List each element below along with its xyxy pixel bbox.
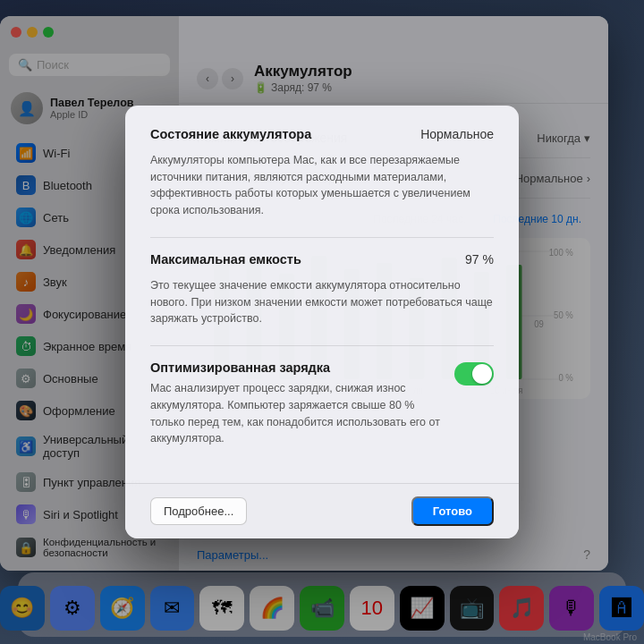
- modal-divider-2: [150, 345, 494, 346]
- modal-overlay: Состояние аккумулятора Нормальное Аккуму…: [0, 0, 644, 644]
- details-button[interactable]: Подробнее...: [150, 497, 247, 525]
- modal-battery-status-section: Состояние аккумулятора Нормальное Аккуму…: [150, 127, 494, 219]
- modal-charging-left: Оптимизированная зарядка Mac анализирует…: [150, 360, 440, 447]
- modal-divider-1: [150, 237, 494, 238]
- done-button[interactable]: Готово: [411, 496, 494, 526]
- battery-status-modal: Состояние аккумулятора Нормальное Аккуму…: [125, 106, 519, 538]
- modal-content: Состояние аккумулятора Нормальное Аккуму…: [125, 106, 519, 483]
- modal-footer: Подробнее... Готово: [125, 483, 519, 538]
- modal-battery-status-desc: Аккумуляторы компьютера Mac, как и все п…: [150, 152, 494, 219]
- modal-capacity-desc: Это текущее значение емкости аккумулятор…: [150, 277, 494, 327]
- modal-charging-section: Оптимизированная зарядка Mac анализирует…: [150, 360, 494, 447]
- modal-charging-desc: Mac анализирует процесс зарядки, снижая …: [150, 380, 440, 447]
- modal-capacity-value: 97 %: [465, 252, 494, 267]
- modal-status-header: Состояние аккумулятора Нормальное: [150, 127, 494, 147]
- modal-capacity-title: Максимальная емкость: [150, 252, 301, 267]
- optimized-charging-toggle[interactable]: [454, 362, 494, 386]
- modal-charging-title: Оптимизированная зарядка: [150, 360, 440, 375]
- modal-capacity-header: Максимальная емкость 97 %: [150, 252, 494, 272]
- modal-charging-row: Оптимизированная зарядка Mac анализирует…: [150, 360, 494, 447]
- modal-battery-status-value: Нормальное: [420, 127, 494, 141]
- modal-battery-status-title: Состояние аккумулятора: [150, 127, 311, 141]
- modal-capacity-section: Максимальная емкость 97 % Это текущее зн…: [150, 252, 494, 327]
- toggle-thumb: [472, 364, 492, 384]
